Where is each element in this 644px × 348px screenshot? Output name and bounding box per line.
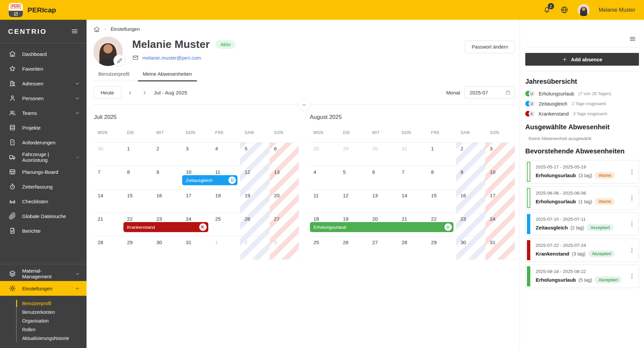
day-cell[interactable]: 23 <box>456 213 486 236</box>
day-cell[interactable]: 25 <box>211 213 240 236</box>
sidebar-item-anforderungen[interactable]: ?Anforderungen <box>0 135 87 150</box>
day-cell[interactable]: 30 <box>93 143 123 166</box>
sidebar-collapse-button[interactable] <box>71 27 78 35</box>
day-cell[interactable]: 14 <box>93 190 123 213</box>
day-cell[interactable]: 21 <box>93 213 123 236</box>
day-cell[interactable]: 19 <box>240 190 270 213</box>
absence-card[interactable]: 2025-06-06 - 2025-06-06Erholungsurlaub(1… <box>525 186 639 210</box>
day-cell[interactable]: 1 <box>427 143 456 166</box>
panel-menu-icon[interactable] <box>629 35 636 43</box>
kebab-menu-icon[interactable] <box>628 194 636 202</box>
profile-email-link[interactable]: melanie.muster@peri.com <box>142 55 201 61</box>
day-cell[interactable]: 29 <box>123 236 152 260</box>
day-cell[interactable]: 3 <box>181 143 211 166</box>
day-cell[interactable]: 1 <box>211 236 240 260</box>
day-cell[interactable]: 5 <box>240 143 270 166</box>
day-cell[interactable]: 9 <box>152 166 181 189</box>
day-cell[interactable]: 5 <box>338 166 368 189</box>
absence-card[interactable]: 2025-05-17 - 2025-05-19Erholungsurlaub(3… <box>525 160 639 184</box>
tab-meine-abwesenheiten[interactable]: Meine Abwesenheiten <box>138 71 197 81</box>
day-cell[interactable]: 13 <box>368 190 397 213</box>
chevron-left-icon[interactable] <box>124 87 136 98</box>
day-cell[interactable]: 28 <box>93 236 123 260</box>
day-cell[interactable]: 31 <box>181 236 211 260</box>
day-cell[interactable]: 26 <box>338 236 368 260</box>
day-cell[interactable]: 14 <box>397 190 427 213</box>
day-cell[interactable]: 27 <box>270 213 299 236</box>
day-cell[interactable]: 11 <box>309 190 339 213</box>
month-picker-input[interactable]: 2025-07 <box>465 86 515 99</box>
day-cell[interactable]: 30 <box>152 236 181 260</box>
day-cell[interactable]: 2 <box>456 143 486 166</box>
absence-card[interactable]: 2025-07-10 - 2025-07-11Zeitausgleich(2 t… <box>525 212 639 236</box>
sidebar-subitem-aktualisierungshistorie[interactable]: Aktualisierungshistorie <box>17 334 87 343</box>
sidebar-item-einstellungen[interactable]: Einstellungen <box>0 281 87 296</box>
tab-benutzerprofil[interactable]: Benutzerprofil <box>93 71 135 81</box>
day-cell[interactable]: 31 <box>485 236 515 260</box>
day-cell[interactable]: 17 <box>485 190 515 213</box>
sidebar-subitem-rollen[interactable]: Rollen <box>17 325 87 334</box>
day-cell[interactable]: 16 <box>152 190 181 213</box>
absence-event-bar[interactable]: ErholungsurlaubU <box>310 222 453 232</box>
day-cell[interactable]: 26 <box>240 213 270 236</box>
day-cell[interactable]: 7 <box>93 166 123 189</box>
day-cell[interactable]: 25 <box>309 236 339 260</box>
sidebar-item-adressen[interactable]: Adressen <box>0 76 87 91</box>
sidebar-item-personen[interactable]: Personen <box>0 91 87 106</box>
day-cell[interactable]: 31 <box>397 143 427 166</box>
sidebar-item-planungs-board[interactable]: Planungs-Board <box>0 164 87 179</box>
sidebar-item-checklisten[interactable]: Checklisten <box>0 194 87 209</box>
kebab-menu-icon[interactable] <box>628 247 636 254</box>
day-cell[interactable]: 2 <box>152 143 181 166</box>
day-cell[interactable]: 15 <box>123 190 152 213</box>
breadcrumb-page[interactable]: Einstellungen <box>111 26 140 32</box>
absence-event-bar[interactable]: ZeitausgleichÜ <box>182 175 237 185</box>
day-cell[interactable]: 12 <box>338 190 368 213</box>
sidebar-subitem-organisation[interactable]: Organisation <box>17 317 87 325</box>
day-cell[interactable]: 30 <box>456 236 486 260</box>
edit-avatar-button[interactable] <box>113 55 125 67</box>
sidebar-item-berichte[interactable]: Berichte <box>0 223 87 238</box>
day-cell[interactable]: 16 <box>456 190 486 213</box>
day-cell[interactable]: 9 <box>456 166 486 189</box>
day-cell[interactable]: 6 <box>270 143 299 166</box>
kebab-menu-icon[interactable] <box>628 168 636 176</box>
day-cell[interactable]: 28 <box>397 236 427 260</box>
sidebar-item-dashboard[interactable]: Dashboard <box>0 47 87 61</box>
day-cell[interactable]: 29 <box>338 143 368 166</box>
day-cell[interactable]: 24 <box>485 213 515 236</box>
sidebar-subitem-benutzerkonten[interactable]: Benutzerkonten <box>17 308 87 317</box>
home-icon[interactable] <box>93 26 100 33</box>
day-cell[interactable]: 7 <box>397 166 427 189</box>
day-cell[interactable]: 17 <box>181 190 211 213</box>
kebab-menu-icon[interactable] <box>628 273 636 280</box>
day-cell[interactable]: 3 <box>485 143 515 166</box>
day-cell[interactable]: 6 <box>368 166 397 189</box>
day-cell[interactable]: 4 <box>211 143 240 166</box>
day-cell[interactable]: 3 <box>270 236 299 260</box>
day-cell[interactable]: 1 <box>123 143 152 166</box>
language-globe-button[interactable] <box>560 6 569 14</box>
day-cell[interactable]: 28 <box>309 143 339 166</box>
today-button[interactable]: Heute <box>93 86 121 99</box>
sidebar-item-fahrzeuge-ausrüstung[interactable]: Fahrzeuge | Ausrüstung <box>0 150 87 164</box>
absence-event-bar[interactable]: KrankenstandK <box>123 222 208 232</box>
sidebar-item-favoriten[interactable]: Favoriten <box>0 61 87 76</box>
day-cell[interactable]: 4 <box>309 166 339 189</box>
add-absence-button[interactable]: Add absence <box>525 53 639 66</box>
day-cell[interactable]: 12 <box>240 166 270 189</box>
day-cell[interactable]: 10 <box>485 166 515 189</box>
sidebar-subitem-benutzerprofil[interactable]: Benutzerprofil <box>17 299 87 308</box>
notifications-button[interactable]: 2 <box>543 6 551 14</box>
change-password-button[interactable]: Passwort ändern <box>465 41 515 53</box>
day-cell[interactable]: 13 <box>270 166 299 189</box>
absence-card[interactable]: 2025-08-18 - 2025-08-22Erholungsurlaub(5… <box>525 265 639 288</box>
sidebar-item-zeiterfassung[interactable]: Zeiterfassung <box>0 179 87 194</box>
day-cell[interactable]: 18 <box>211 190 240 213</box>
sidebar-item-projekte[interactable]: Projekte <box>0 120 87 135</box>
day-cell[interactable]: 8 <box>427 166 456 189</box>
topbar-user-name[interactable]: Melanie Muster <box>599 7 635 13</box>
sidebar-item-teams[interactable]: Teams <box>0 106 87 120</box>
chevron-right-icon[interactable] <box>139 87 150 98</box>
user-avatar[interactable] <box>578 4 590 16</box>
